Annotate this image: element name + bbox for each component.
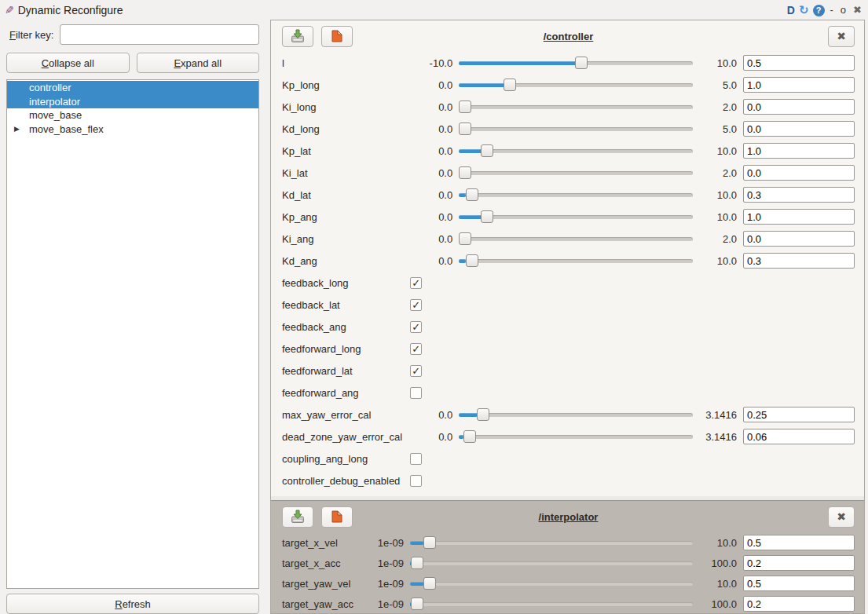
slider-groove[interactable] bbox=[459, 127, 693, 131]
group-title-link[interactable]: /controller bbox=[282, 31, 855, 42]
param-label: target_yaw_acc bbox=[282, 598, 353, 610]
param-min-value: 0.0 bbox=[408, 409, 452, 421]
param-value-input[interactable] bbox=[743, 407, 855, 422]
minimize-button[interactable]: - bbox=[829, 4, 835, 16]
param-value-input[interactable] bbox=[743, 596, 855, 612]
param-min-value: 0.0 bbox=[408, 79, 452, 91]
param-value-input[interactable] bbox=[743, 576, 855, 591]
param-slider[interactable] bbox=[459, 78, 693, 92]
slider-groove[interactable] bbox=[459, 105, 693, 109]
param-checkbox[interactable]: ✓ bbox=[410, 299, 422, 311]
slider-handle[interactable] bbox=[504, 79, 516, 91]
slider-groove[interactable] bbox=[459, 215, 693, 219]
load-from-file-button[interactable] bbox=[321, 506, 353, 528]
slider-handle[interactable] bbox=[477, 408, 489, 421]
param-slider[interactable] bbox=[459, 144, 693, 158]
filter-key-input[interactable] bbox=[60, 24, 259, 45]
param-slider[interactable] bbox=[459, 254, 693, 268]
param-checkbox[interactable]: ✓ bbox=[410, 365, 422, 377]
param-checkbox[interactable] bbox=[410, 453, 422, 465]
param-slider[interactable] bbox=[459, 232, 693, 246]
slider-groove[interactable] bbox=[410, 602, 693, 606]
expander-icon[interactable]: ▶ bbox=[14, 122, 20, 137]
slider-groove[interactable] bbox=[459, 435, 693, 439]
restore-button[interactable]: o bbox=[839, 4, 848, 16]
param-slider[interactable] bbox=[410, 535, 693, 550]
param-slider[interactable] bbox=[410, 556, 693, 570]
param-slider[interactable] bbox=[459, 210, 693, 224]
expand-all-button[interactable]: Expand all bbox=[137, 53, 260, 73]
slider-fill bbox=[459, 83, 506, 87]
slider-handle[interactable] bbox=[466, 254, 478, 267]
param-slider[interactable] bbox=[459, 188, 693, 202]
slider-handle[interactable] bbox=[459, 166, 471, 179]
slider-handle[interactable] bbox=[459, 122, 471, 135]
param-value-input[interactable] bbox=[743, 165, 855, 181]
param-value-input[interactable] bbox=[743, 99, 855, 115]
param-checkbox[interactable]: ✓ bbox=[410, 321, 422, 333]
slider-groove[interactable] bbox=[459, 259, 693, 263]
slider-groove[interactable] bbox=[410, 561, 693, 565]
param-value-input[interactable] bbox=[743, 143, 855, 159]
slider-handle[interactable] bbox=[411, 557, 423, 569]
param-value-input[interactable] bbox=[743, 55, 855, 71]
param-value-input[interactable] bbox=[743, 253, 855, 269]
slider-fill bbox=[459, 61, 581, 65]
dock-button[interactable]: D bbox=[787, 4, 795, 16]
collapse-all-button[interactable]: Collapse all bbox=[6, 53, 130, 73]
save-to-file-button[interactable] bbox=[282, 506, 313, 528]
param-value-input[interactable] bbox=[743, 429, 855, 444]
param-value-input[interactable] bbox=[743, 555, 855, 571]
slider-groove[interactable] bbox=[410, 541, 693, 545]
tree-item-move_base[interactable]: move_base bbox=[7, 108, 258, 122]
param-value-input[interactable] bbox=[743, 77, 855, 93]
param-slider[interactable] bbox=[410, 597, 693, 611]
param-checkbox[interactable]: ✓ bbox=[410, 277, 422, 289]
close-group-icon[interactable]: ✖ bbox=[828, 26, 855, 47]
param-slider[interactable] bbox=[459, 408, 693, 422]
reload-icon[interactable]: ↻ bbox=[799, 4, 809, 16]
param-value-input[interactable] bbox=[743, 535, 855, 550]
close-group-icon[interactable]: ✖ bbox=[828, 506, 855, 528]
slider-handle[interactable] bbox=[481, 210, 493, 223]
value-cell bbox=[743, 121, 855, 137]
tree-item-interpolator[interactable]: interpolator bbox=[7, 95, 258, 109]
slider-groove[interactable] bbox=[459, 171, 693, 175]
slider-groove[interactable] bbox=[459, 149, 693, 153]
close-window-icon[interactable]: ✖ bbox=[852, 4, 862, 16]
param-slider[interactable] bbox=[459, 56, 693, 70]
load-from-file-button[interactable] bbox=[321, 26, 353, 47]
slider-groove[interactable] bbox=[459, 193, 693, 197]
refresh-button[interactable]: Refresh bbox=[6, 594, 259, 614]
slider-handle[interactable] bbox=[466, 188, 478, 201]
slider-handle[interactable] bbox=[459, 101, 471, 113]
param-slider[interactable] bbox=[410, 576, 693, 590]
tree-item-controller[interactable]: controller bbox=[7, 81, 258, 95]
param-value-input[interactable] bbox=[743, 187, 855, 203]
param-value-input[interactable] bbox=[743, 121, 855, 137]
help-icon[interactable]: ? bbox=[813, 5, 825, 16]
slider-handle[interactable] bbox=[459, 232, 471, 245]
tree-item-move_base_flex[interactable]: ▶move_base_flex bbox=[7, 122, 258, 137]
param-slider[interactable] bbox=[459, 100, 693, 114]
slider-groove[interactable] bbox=[459, 413, 693, 417]
param-checkbox[interactable] bbox=[410, 387, 422, 399]
param-value-input[interactable] bbox=[743, 231, 855, 247]
save-to-file-button[interactable] bbox=[282, 26, 313, 47]
param-slider[interactable] bbox=[459, 122, 693, 136]
group-title-link[interactable]: /interpolator bbox=[282, 511, 855, 523]
slider-groove[interactable] bbox=[459, 237, 693, 241]
slider-handle[interactable] bbox=[575, 57, 588, 69]
slider-handle[interactable] bbox=[463, 430, 476, 443]
param-checkbox[interactable] bbox=[410, 475, 422, 487]
slider-handle[interactable] bbox=[423, 577, 436, 590]
slider-groove[interactable] bbox=[410, 582, 693, 586]
param-slider[interactable] bbox=[459, 429, 693, 444]
slider-handle[interactable] bbox=[411, 598, 423, 610]
slider-fill bbox=[459, 413, 478, 417]
slider-handle[interactable] bbox=[481, 144, 493, 157]
slider-handle[interactable] bbox=[423, 536, 436, 549]
param-slider[interactable] bbox=[459, 166, 693, 180]
param-checkbox[interactable]: ✓ bbox=[410, 343, 422, 355]
param-value-input[interactable] bbox=[743, 209, 855, 225]
